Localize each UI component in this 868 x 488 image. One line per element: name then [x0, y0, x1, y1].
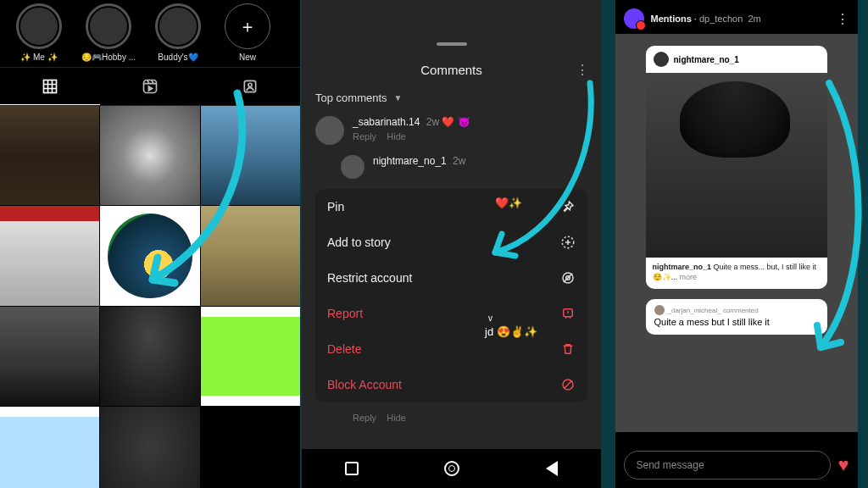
more-icon[interactable]: ⋮ — [576, 62, 589, 78]
android-navbar — [302, 449, 601, 488]
grid-icon — [42, 78, 58, 95]
svg-rect-1 — [144, 80, 157, 93]
reply-placeholder: Send message — [637, 459, 704, 471]
heart-icon[interactable]: ♥ — [837, 454, 849, 476]
avatar — [654, 305, 665, 315]
menu-label: Block Account — [327, 378, 402, 391]
menu-restrict[interactable]: Restrict account — [315, 260, 587, 296]
highlight-label: 😔🎮Hobby ... — [81, 53, 136, 62]
comment-user[interactable]: _sabarinath.14 — [353, 116, 420, 128]
more-link[interactable]: more — [680, 273, 698, 281]
menu-pin[interactable]: Pin — [315, 189, 587, 225]
report-icon — [560, 306, 576, 321]
card-user: nightmare_no_1 — [674, 55, 739, 64]
overlay-text: jd 😍✌️✨ — [485, 325, 537, 338]
restrict-icon — [560, 270, 576, 286]
reply-input[interactable]: Send message — [624, 451, 832, 480]
menu-label: Restrict account — [327, 271, 412, 285]
chevron-down-icon: ▼ — [394, 93, 403, 103]
story-panel-wrap: Mentions · dp_techon 2m ⋮ nightmare_no_1… — [604, 0, 868, 488]
post-grid — [0, 106, 300, 488]
bubble-subtitle: _darjan_micheal_ commented — [654, 305, 819, 315]
hide-link[interactable]: Hide — [387, 131, 406, 141]
profile-panel: ✨ Me ✨ 😔🎮Hobby ... Buddy's💙 ＋ New — [0, 0, 300, 488]
comments-header: Comments ⋮ — [302, 51, 601, 88]
card-image — [646, 73, 827, 258]
comments-title: Comments — [420, 63, 482, 77]
comment-reply-row[interactable]: nightmare_no_1 2w — [302, 150, 601, 184]
card-caption: nightmare_no_1 Quite a mess... but, I st… — [646, 258, 827, 289]
context-menu: Pin Add to story Restrict account Report… — [315, 189, 587, 402]
menu-label: Pin — [327, 200, 344, 214]
menu-label: Report — [327, 307, 363, 320]
post-thumb[interactable] — [100, 206, 199, 305]
highlight-hobby[interactable]: 😔🎮Hobby ... — [81, 3, 136, 62]
reply-link[interactable]: Reply — [353, 131, 376, 141]
menu-add-to-story[interactable]: Add to story — [315, 225, 587, 260]
highlight-label: Buddy's💙 — [158, 53, 198, 62]
story-body[interactable]: nightmare_no_1 nightmare_no_1 Quite a me… — [615, 34, 858, 432]
hide-link[interactable]: Hide — [387, 413, 406, 423]
story-mention-card[interactable]: nightmare_no_1 nightmare_no_1 Quite a me… — [646, 46, 827, 289]
post-thumb[interactable] — [0, 206, 99, 305]
menu-report[interactable]: Report — [315, 296, 587, 331]
post-thumb[interactable] — [0, 307, 99, 406]
nav-home[interactable] — [444, 461, 459, 476]
post-thumb[interactable] — [100, 106, 199, 205]
block-icon — [560, 377, 576, 392]
sheet-handle[interactable] — [437, 42, 467, 46]
sort-label: Top comments — [315, 92, 387, 104]
highlight-new[interactable]: ＋ New — [220, 3, 275, 62]
comment-time: 2w — [426, 116, 439, 128]
reels-icon — [142, 78, 159, 95]
comment-bubble[interactable]: _darjan_micheal_ commented Quite a mess … — [646, 299, 827, 335]
svg-rect-0 — [44, 80, 57, 92]
overlay-text: ❤️✨ — [495, 197, 522, 209]
menu-label: Delete — [327, 342, 361, 356]
pin-icon — [560, 199, 576, 214]
story-reply-bar: Send message ♥ — [624, 451, 849, 480]
comment-text: ❤️ 😈 — [442, 116, 470, 128]
tab-tagged[interactable] — [200, 68, 300, 105]
avatar[interactable] — [341, 155, 364, 179]
avatar — [654, 52, 669, 67]
story-viewer: Mentions · dp_techon 2m ⋮ nightmare_no_1… — [610, 0, 863, 488]
post-thumb[interactable] — [201, 307, 300, 406]
highlight-me[interactable]: ✨ Me ✨ — [12, 3, 66, 62]
svg-point-3 — [248, 83, 252, 86]
story-title[interactable]: Mentions · dp_techon 2m — [651, 14, 761, 24]
post-thumb[interactable] — [100, 407, 199, 488]
nav-back[interactable] — [546, 461, 558, 476]
highlights-row: ✨ Me ✨ 😔🎮Hobby ... Buddy's💙 ＋ New — [0, 0, 300, 67]
avatar[interactable] — [315, 116, 344, 145]
highlight-buddys[interactable]: Buddy's💙 — [151, 3, 205, 62]
more-icon[interactable]: ⋮ — [836, 11, 849, 27]
comment-user[interactable]: nightmare_no_1 — [373, 155, 447, 167]
tagged-icon — [242, 78, 259, 95]
bubble-message: Quite a mess but I still like it — [654, 317, 819, 327]
story-avatar[interactable] — [624, 8, 644, 29]
menu-label: Add to story — [327, 236, 391, 249]
tab-grid[interactable] — [0, 68, 100, 105]
profile-tabs — [0, 67, 300, 106]
nav-recent[interactable] — [345, 462, 359, 475]
tab-reels[interactable] — [100, 68, 200, 105]
post-thumb[interactable] — [0, 106, 99, 205]
menu-delete[interactable]: Delete — [315, 331, 587, 367]
post-thumb[interactable] — [100, 307, 199, 406]
plus-icon: ＋ — [239, 15, 256, 38]
highlight-label: New — [239, 53, 256, 62]
comment-time: 2w — [453, 155, 465, 167]
comments-panel: Comments ⋮ Top comments ▼ _sabarinath.14… — [302, 0, 601, 488]
story-header: Mentions · dp_techon 2m ⋮ — [615, 0, 858, 32]
comment-row[interactable]: _sabarinath.14 2w ❤️ 😈 Reply Hide — [302, 111, 601, 150]
reply-link[interactable]: Reply — [353, 413, 376, 423]
post-thumb[interactable] — [201, 206, 300, 305]
add-story-icon — [560, 235, 576, 250]
menu-block[interactable]: Block Account — [315, 367, 587, 402]
post-thumb[interactable] — [0, 407, 99, 488]
post-thumb[interactable] — [201, 106, 300, 205]
overlay-text: v — [488, 313, 492, 323]
sort-dropdown[interactable]: Top comments ▼ — [302, 88, 601, 111]
trash-icon — [560, 341, 576, 357]
